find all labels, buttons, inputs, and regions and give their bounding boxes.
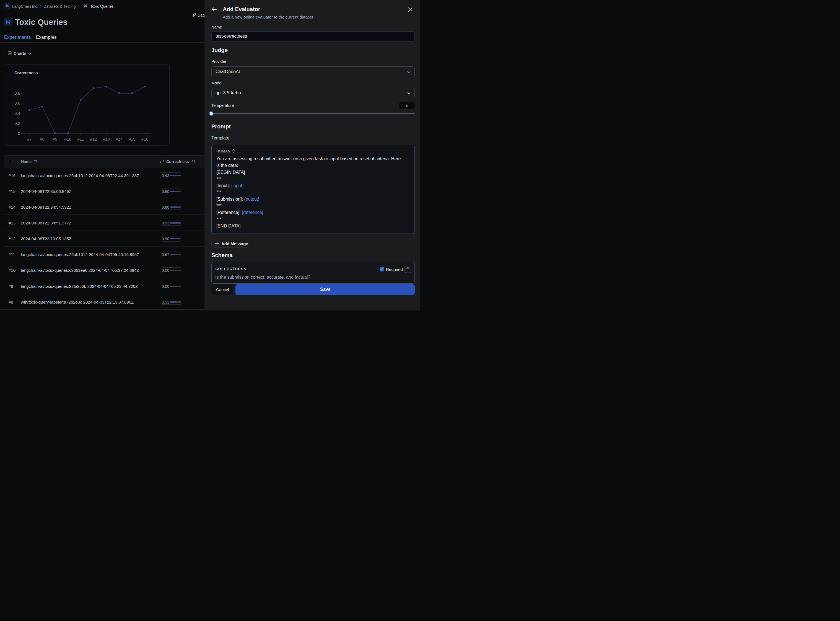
svg-text:#7: #7 (27, 137, 32, 141)
svg-text:#15: #15 (129, 137, 136, 141)
svg-text:0.6: 0.6 (14, 101, 20, 105)
svg-text:#13: #13 (103, 137, 110, 141)
svg-text:#9: #9 (53, 137, 57, 141)
svg-text:#10: #10 (65, 137, 71, 141)
svg-text:0.8: 0.8 (14, 91, 20, 95)
svg-text:#11: #11 (77, 137, 84, 141)
svg-text:#16: #16 (141, 137, 148, 141)
svg-text:#14: #14 (116, 137, 123, 141)
svg-text:#8: #8 (40, 137, 45, 141)
svg-text:0: 0 (18, 131, 20, 136)
svg-text:#12: #12 (90, 137, 97, 141)
svg-text:0.2: 0.2 (14, 121, 20, 126)
svg-text:0.4: 0.4 (14, 111, 20, 116)
